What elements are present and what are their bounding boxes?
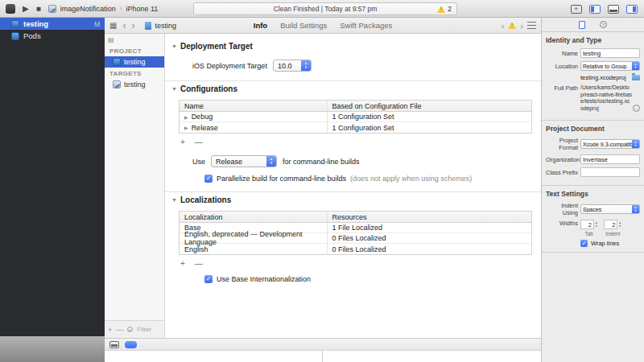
console-divider xyxy=(322,351,323,362)
table-row-debug[interactable]: ▶ Debug 1 Configuration Set xyxy=(180,112,531,122)
remove-configuration-button[interactable]: — xyxy=(195,138,203,146)
indent-using-dropdown[interactable]: Spaces ▲▼ xyxy=(580,204,640,214)
reveal-in-finder-icon[interactable]: → xyxy=(633,105,640,112)
disclosure-triangle-icon[interactable]: ▶ xyxy=(184,125,188,130)
back-button[interactable]: ‹ xyxy=(122,22,126,30)
section-localizations: ▼ Localizations xyxy=(171,195,533,204)
project-navigator: testing M Pods xyxy=(0,18,105,336)
tab-width-stepper[interactable]: 2 ▲▼ Tab xyxy=(580,220,597,237)
navigator-item-testing[interactable]: testing M xyxy=(0,18,105,30)
add-editor-icon[interactable] xyxy=(571,5,582,14)
base-internationalization-checkbox[interactable]: ✓ xyxy=(204,275,213,283)
disclosure-icon[interactable]: ▼ xyxy=(171,43,177,49)
scheme-target-icon xyxy=(48,5,56,13)
disclosure-triangle-icon[interactable]: ▶ xyxy=(184,114,188,120)
navigator-item-pods[interactable]: Pods xyxy=(0,30,105,42)
quick-help-icon[interactable]: ? xyxy=(600,21,607,28)
toggle-inspector-icon[interactable] xyxy=(626,5,638,14)
command-line-configuration-dropdown[interactable]: Release ▲▼ xyxy=(211,155,277,167)
location-label: Location xyxy=(546,63,578,70)
section-divider xyxy=(165,191,541,192)
stepper-arrows-icon[interactable]: ▲▼ xyxy=(618,221,621,228)
editor-options-icon[interactable] xyxy=(527,22,536,29)
parallelize-checkbox[interactable]: ✓ xyxy=(204,175,213,183)
table-row-english[interactable]: English 0 Files Localized xyxy=(180,244,531,254)
project-format-dropdown[interactable]: Xcode 9.3-compatible ▲▼ xyxy=(580,139,640,149)
forward-button[interactable]: › xyxy=(131,22,134,30)
section-configurations: ▼ Configurations xyxy=(171,84,533,93)
editor-tab-testing[interactable]: testing xyxy=(140,22,181,30)
targets-section-header: TARGETS xyxy=(105,68,164,79)
location-dropdown[interactable]: Relative to Group ▲▼ xyxy=(580,61,640,71)
wrap-lines-row: ✓ Wrap lines xyxy=(580,240,640,247)
disclosure-icon[interactable]: ▼ xyxy=(171,197,177,203)
folder-icon[interactable] xyxy=(632,75,640,80)
run-button[interactable]: ▶ xyxy=(23,5,29,13)
app-target-icon xyxy=(113,80,121,88)
indent-width-stepper[interactable]: 2 ▲▼ Indent xyxy=(604,220,621,237)
project-format-label: Project Format xyxy=(546,137,578,151)
add-target-button[interactable]: + xyxy=(108,326,112,334)
project-list-item[interactable]: testing xyxy=(105,56,164,68)
device-name[interactable]: iPhone 11 xyxy=(126,5,158,13)
issue-navigation: ‹ › xyxy=(502,22,536,30)
stop-button[interactable]: ■ xyxy=(36,5,41,13)
table-header: Name Based on Configuration File xyxy=(180,101,531,112)
remove-localization-button[interactable]: — xyxy=(195,259,203,268)
identity-and-type-section: Identity and Type Name Location Relative… xyxy=(542,32,644,121)
target-item-label: testing xyxy=(124,80,146,88)
next-issue-button[interactable]: › xyxy=(520,22,523,30)
name-field[interactable] xyxy=(580,48,640,58)
remove-target-button[interactable]: — xyxy=(116,326,123,334)
wrap-lines-checkbox[interactable]: ✓ xyxy=(580,240,588,247)
class-prefix-label: Class Prefix xyxy=(546,169,578,176)
file-inspector-icon[interactable] xyxy=(579,21,585,29)
class-prefix-field[interactable] xyxy=(580,167,640,177)
disclosure-icon[interactable]: ▼ xyxy=(171,86,177,92)
scheme-name[interactable]: imageNotification xyxy=(60,5,116,13)
section-title: Deployment Target xyxy=(180,42,253,51)
project-info-editor: ▼ Deployment Target iOS Deployment Targe… xyxy=(165,34,541,338)
ios-deployment-target-dropdown[interactable]: 10.0 ▲▼ xyxy=(273,60,312,72)
section-title: Text Settings xyxy=(546,190,640,198)
project-file-icon xyxy=(11,20,19,28)
add-localization-button[interactable]: + xyxy=(180,259,185,268)
warning-icon xyxy=(437,6,445,13)
tab-build-settings[interactable]: Build Settings xyxy=(280,21,327,30)
warning-count: 2 xyxy=(448,5,452,13)
toggle-debug-area-icon[interactable] xyxy=(608,5,619,14)
tab-info[interactable]: Info xyxy=(254,21,267,30)
column-localization: Localization xyxy=(180,212,328,222)
organization-field[interactable] xyxy=(580,154,640,164)
debug-bar xyxy=(105,338,541,351)
scheme-selector[interactable]: imageNotification › iPhone 11 xyxy=(48,5,159,13)
warning-badge[interactable]: 2 xyxy=(437,5,452,13)
dropdown-arrows-icon: ▲▼ xyxy=(632,62,639,70)
configurations-table: Name Based on Configuration File ▶ Debug… xyxy=(179,100,532,134)
add-configuration-button[interactable]: + xyxy=(180,138,185,146)
tab-swift-packages[interactable]: Swift Packages xyxy=(340,21,392,30)
filter-input[interactable] xyxy=(137,326,164,333)
full-path-value: /Users/kams/Desktop/react-native-firebas… xyxy=(580,84,640,112)
app-icon[interactable] xyxy=(6,4,15,14)
target-list-item[interactable]: testing xyxy=(105,79,164,90)
full-path-label: Full Path xyxy=(546,84,578,92)
table-header: Localization Resources xyxy=(180,212,531,223)
previous-issue-button[interactable]: ‹ xyxy=(502,22,505,30)
text-settings-section: Text Settings Indent Using Spaces ▲▼ Wid… xyxy=(542,186,644,253)
project-file-icon xyxy=(11,32,19,40)
hide-project-list-icon[interactable]: ▤ xyxy=(108,36,164,43)
editor-header-bar: ▦ ‹ › testing Info Build Settings Swift … xyxy=(105,18,541,34)
project-targets-sidebar: ▤ PROJECT testing TARGETS testing xyxy=(105,34,165,320)
hide-debug-area-icon[interactable] xyxy=(109,341,119,348)
activity-viewer: Clean Finished | Today at 9:57 pm 2 xyxy=(193,2,457,15)
toggle-navigator-icon[interactable] xyxy=(589,5,601,14)
table-row-english-deprecated[interactable]: English, deprecated — Development Langua… xyxy=(180,233,531,244)
warning-icon xyxy=(508,22,516,29)
base-internationalization-label: Use Base Internationalization xyxy=(217,275,311,283)
breakpoints-toggle[interactable] xyxy=(125,341,137,348)
table-row-release[interactable]: ▶ Release 1 Configuration Set xyxy=(180,122,531,133)
section-title: Configurations xyxy=(180,84,237,93)
stepper-arrows-icon[interactable]: ▲▼ xyxy=(595,221,597,228)
tab-overview-icon[interactable]: ▦ xyxy=(109,21,117,30)
